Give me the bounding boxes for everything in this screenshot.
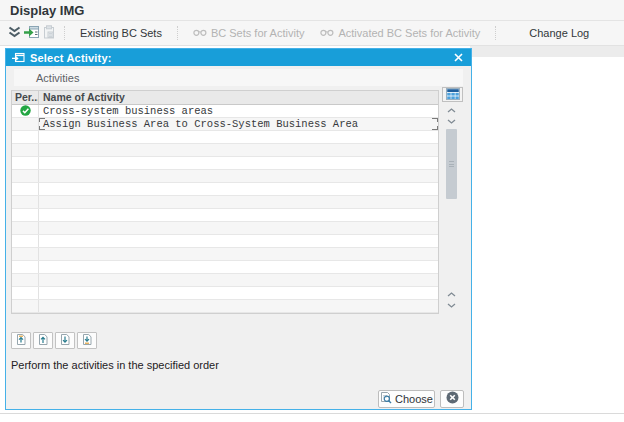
activity-table-header: Per... Name of Activity	[12, 91, 438, 105]
column-header-name[interactable]: Name of Activity	[39, 91, 438, 104]
column-header-performed[interactable]: Per...	[12, 91, 39, 104]
first-page-button[interactable]	[11, 332, 31, 349]
toolbar-button-where-else-used[interactable]: Where Else Used	[619, 24, 624, 42]
table-row[interactable]	[12, 157, 438, 170]
background-strip	[470, 46, 624, 57]
scroll-down-icon[interactable]	[445, 116, 458, 127]
table-row[interactable]	[12, 235, 438, 248]
activity-name-cell[interactable]	[39, 235, 438, 247]
toolbar-separator	[495, 26, 496, 40]
table-row[interactable]	[12, 274, 438, 287]
choose-detail-icon	[380, 392, 392, 406]
activity-name-cell[interactable]	[39, 261, 438, 273]
table-row[interactable]	[12, 183, 438, 196]
dialog-note: Perform the activities in the specified …	[11, 359, 219, 371]
cancel-button[interactable]	[440, 390, 464, 408]
select-activity-dialog: Select Activity: Activities Per... Name …	[5, 48, 472, 410]
activity-name-cell[interactable]	[39, 144, 438, 156]
table-settings-button[interactable]	[442, 87, 463, 102]
table-row[interactable]	[12, 287, 438, 300]
scrollbar-thumb[interactable]	[446, 129, 457, 199]
scroll-page-down-icon[interactable]	[445, 300, 458, 311]
activity-name-cell[interactable]	[39, 170, 438, 182]
cancel-circle-x-icon	[446, 390, 459, 408]
button-label: Activated BC Sets for Activity	[338, 27, 480, 39]
performed-cell	[12, 131, 39, 143]
last-page-icon	[81, 332, 93, 350]
performed-cell	[12, 274, 39, 286]
performed-check-icon	[20, 105, 31, 117]
performed-cell	[12, 196, 39, 208]
dialog-close-icon[interactable]	[451, 51, 465, 65]
activity-name-cell[interactable]	[39, 248, 438, 260]
table-row[interactable]	[12, 170, 438, 183]
activity-name-cell[interactable]	[39, 157, 438, 169]
page-navigation-buttons	[11, 332, 97, 349]
activity-name-cell[interactable]	[39, 274, 438, 286]
toolbar-button-change-log[interactable]: Change Log	[521, 24, 597, 42]
table-row[interactable]	[12, 209, 438, 222]
dialog-titlebar[interactable]: Select Activity:	[6, 49, 471, 66]
activity-name-cell[interactable]	[39, 196, 438, 208]
next-page-button[interactable]	[55, 332, 75, 349]
paste-button-disabled[interactable]	[42, 24, 56, 43]
dialog-screen-icon	[12, 49, 25, 67]
scrollbar-track[interactable]	[445, 127, 458, 289]
activity-name-cell[interactable]	[39, 131, 438, 143]
page-title: Display IMG	[10, 3, 84, 18]
activities-section-label: Activities	[36, 72, 79, 84]
activity-name-cell[interactable]	[39, 183, 438, 195]
activity-table-rows: Cross-system business areasAssign Busine…	[12, 105, 438, 313]
activity-name-cell[interactable]	[39, 222, 438, 234]
table-row[interactable]: Cross-system business areas	[12, 105, 438, 118]
table-row[interactable]	[12, 300, 438, 313]
double-chevron-down-icon	[7, 26, 22, 41]
performed-cell	[12, 235, 39, 247]
table-grid-icon	[446, 86, 460, 104]
performed-cell	[12, 105, 39, 117]
vertical-scrollbar[interactable]	[444, 105, 459, 311]
performed-cell	[12, 157, 39, 169]
app-titlebar: Display IMG	[0, 0, 624, 21]
page-down-icon	[59, 332, 71, 350]
glasses-icon	[193, 27, 207, 39]
performed-cell	[12, 170, 39, 182]
glasses-icon	[320, 27, 334, 39]
toolbar-separator	[177, 26, 178, 40]
dialog-title: Select Activity:	[30, 52, 112, 64]
toolbar-button-activated-bc-sets[interactable]: Activated BC Sets for Activity	[312, 24, 488, 42]
activity-name-cell[interactable]: Assign Business Area to Cross-System Bus…	[39, 118, 438, 130]
performed-cell	[12, 248, 39, 260]
first-page-icon	[15, 332, 27, 350]
toolbar-button-existing-bc-sets[interactable]: Existing BC Sets	[72, 24, 170, 42]
table-row[interactable]: Assign Business Area to Cross-System Bus…	[12, 118, 438, 131]
last-page-button[interactable]	[77, 332, 97, 349]
bc-set-window-icon	[24, 25, 40, 41]
table-row[interactable]	[12, 248, 438, 261]
bc-set-button[interactable]	[24, 24, 40, 43]
table-row[interactable]	[12, 222, 438, 235]
table-row[interactable]	[12, 261, 438, 274]
activity-name-cell[interactable]	[39, 300, 438, 312]
previous-page-button[interactable]	[33, 332, 53, 349]
performed-cell	[12, 118, 39, 130]
scroll-up-icon[interactable]	[445, 105, 458, 116]
activity-name-cell[interactable]	[39, 287, 438, 299]
button-label: Change Log	[529, 27, 589, 39]
activity-name-cell[interactable]: Cross-system business areas	[39, 105, 438, 117]
performed-cell	[12, 209, 39, 221]
table-row[interactable]	[12, 196, 438, 209]
performed-cell	[12, 183, 39, 195]
paste-icon	[42, 25, 56, 41]
toolbar-button-bc-sets-for-activity[interactable]: BC Sets for Activity	[185, 24, 313, 42]
choose-button[interactable]: Choose	[378, 390, 435, 408]
table-row[interactable]	[12, 144, 438, 157]
activity-name-cell[interactable]	[39, 209, 438, 221]
collapse-all-button[interactable]	[7, 24, 22, 43]
button-label: Existing BC Sets	[80, 27, 162, 39]
toolbar-separator	[64, 26, 65, 40]
table-row[interactable]	[12, 131, 438, 144]
scroll-page-up-icon[interactable]	[445, 289, 458, 300]
sap-window: Display IMG	[0, 0, 624, 422]
performed-cell	[12, 261, 39, 273]
